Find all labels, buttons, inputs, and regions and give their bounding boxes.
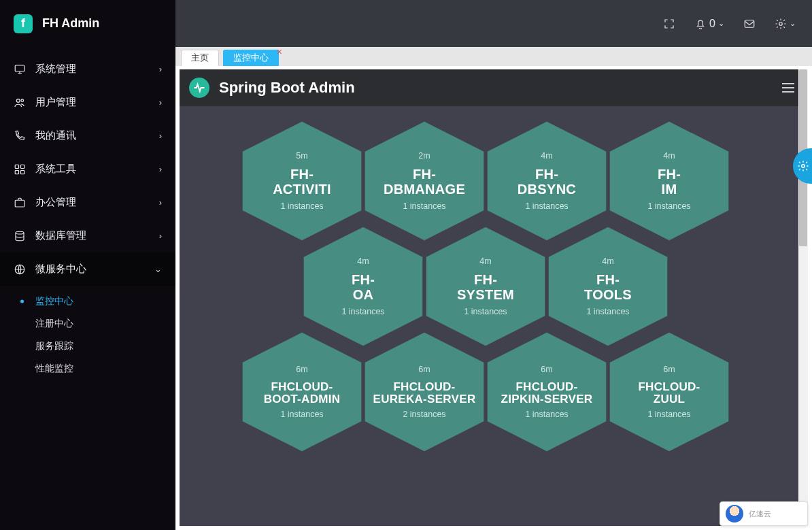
nav: 系统管理 › 用户管理 › 我的通讯 › 系统工具 › 办公管理 › 数据库管理…: [0, 47, 175, 384]
notif-count: 0: [709, 18, 715, 30]
active-dot-icon: [20, 299, 24, 303]
service-tile-fhcloud-boot-admin[interactable]: 6mFHCLOUD- BOOT-ADMIN1 instances: [241, 331, 363, 453]
nav-item-database-manage[interactable]: 数据库管理 ›: [0, 219, 175, 252]
chevron-right-icon: ›: [159, 64, 162, 74]
sidebar: f FH Admin 系统管理 › 用户管理 › 我的通讯 › 系统工具 ›: [0, 0, 175, 530]
globe-icon: [14, 263, 26, 276]
service-name: FHCLOUD- ZIPKIN-SERVER: [501, 381, 593, 406]
nav-item-office-manage[interactable]: 办公管理 ›: [0, 186, 175, 219]
service-tile-fh-dbsync[interactable]: 4mFH- DBSYNC1 instances: [486, 120, 608, 242]
uptime: 4m: [663, 151, 675, 161]
uptime: 6m: [663, 365, 675, 374]
svg-rect-5: [15, 170, 18, 173]
chevron-right-icon: ›: [159, 231, 162, 241]
subnav-label: 服务跟踪: [35, 340, 73, 352]
nav-label: 办公管理: [35, 196, 159, 209]
service-name: FH- OA: [352, 273, 375, 302]
instance-count: 1 instances: [403, 201, 445, 211]
service-tile-fhcloud-eureka-server[interactable]: 6mFHCLOUD- EUREKA-SERVER2 instances: [363, 331, 486, 453]
sba-frame: Spring Boot Admin 5mFH- ACTIVITI1 instan…: [180, 69, 808, 526]
users-icon: [14, 97, 26, 109]
service-tile-fh-tools[interactable]: 4mFH- TOOLS1 instances: [547, 225, 669, 348]
brand[interactable]: f FH Admin: [14, 14, 99, 33]
nav-item-microservice-center[interactable]: 微服务中心 ⌄: [0, 252, 175, 286]
service-tile-fh-im[interactable]: 4mFH- IM1 instances: [608, 120, 730, 242]
service-name: FHCLOUD- EUREKA-SERVER: [373, 381, 476, 406]
tab-monitor-center[interactable]: 监控中心 ×: [223, 50, 279, 66]
monitor-icon: [14, 63, 26, 76]
nav-item-system-manage[interactable]: 系统管理 ›: [0, 52, 175, 86]
subnav-microservice: 监控中心 注册中心 服务跟踪 性能监控: [0, 286, 175, 384]
service-name: FH- DBSYNC: [518, 167, 576, 197]
subnav-item-service-trace[interactable]: 服务跟踪: [0, 335, 175, 357]
chevron-right-icon: ›: [159, 197, 162, 208]
service-name: FH- ACTIVITI: [273, 167, 331, 197]
instance-count: 1 instances: [586, 307, 629, 316]
uptime: 4m: [541, 151, 552, 161]
tab-home[interactable]: 主页: [181, 50, 219, 66]
service-name: FH- TOOLS: [584, 273, 632, 302]
service-tile-fh-activiti[interactable]: 5mFH- ACTIVITI1 instances: [241, 120, 363, 242]
uptime: 2m: [418, 151, 430, 161]
subnav-label: 性能监控: [35, 363, 73, 375]
nav-label: 我的通讯: [35, 129, 159, 142]
service-tile-fhcloud-zuul[interactable]: 6mFHCLOUD- ZUUL1 instances: [608, 331, 730, 453]
service-tile-fh-dbmanage[interactable]: 2mFH- DBMANAGE1 instances: [363, 120, 486, 242]
instance-count: 1 instances: [525, 410, 568, 419]
close-icon[interactable]: ×: [277, 46, 282, 57]
grid-icon: [14, 163, 26, 176]
hamburger-menu-button[interactable]: [782, 83, 794, 93]
subnav-item-monitor-center[interactable]: 监控中心: [0, 290, 175, 312]
instance-count: 2 instances: [403, 410, 445, 419]
scrollbar[interactable]: [798, 69, 808, 526]
tab-label: 主页: [191, 52, 209, 64]
phone-icon: [14, 130, 26, 142]
avatar-icon: [726, 505, 743, 523]
dot-icon: [20, 367, 24, 370]
fullscreen-button[interactable]: [663, 18, 675, 30]
chevron-down-icon: ⌄: [790, 19, 796, 28]
svg-point-11: [779, 22, 783, 25]
topbar: 0 ⌄ ⌄: [175, 0, 812, 47]
instance-count: 1 instances: [647, 410, 690, 419]
service-name: FH- SYSTEM: [457, 273, 514, 302]
subnav-item-performance-monitor[interactable]: 性能监控: [0, 357, 175, 380]
svg-rect-4: [21, 165, 24, 168]
service-tile-fh-oa[interactable]: 4mFH- OA1 instances: [302, 225, 424, 348]
svg-point-1: [16, 99, 20, 102]
messages-button[interactable]: [743, 18, 756, 30]
nav-label: 微服务中心: [35, 263, 154, 276]
tab-label: 监控中心: [233, 52, 269, 64]
service-name: FHCLOUD- ZUUL: [638, 381, 700, 406]
notifications-button[interactable]: 0 ⌄: [694, 18, 724, 30]
instance-count: 1 instances: [464, 307, 507, 316]
svg-point-12: [802, 165, 805, 168]
nav-item-user-manage[interactable]: 用户管理 ›: [0, 86, 175, 119]
brand-title: FH Admin: [42, 16, 99, 31]
nav-item-my-comm[interactable]: 我的通讯 ›: [0, 119, 175, 152]
subnav-item-register-center[interactable]: 注册中心: [0, 312, 175, 335]
svg-rect-3: [15, 165, 18, 168]
dot-icon: [20, 322, 24, 325]
svg-point-2: [21, 99, 24, 101]
instance-count: 1 instances: [525, 201, 568, 211]
hex-grid: 5mFH- ACTIVITI1 instances 2mFH- DBMANAGE…: [180, 106, 808, 526]
content-panel: Spring Boot Admin 5mFH- ACTIVITI1 instan…: [175, 66, 812, 530]
help-widget[interactable]: 亿速云: [720, 501, 808, 526]
service-tile-fhcloud-zipkin-server[interactable]: 6mFHCLOUD- ZIPKIN-SERVER1 instances: [486, 331, 608, 453]
settings-button[interactable]: ⌄: [775, 18, 796, 30]
service-tile-fh-system[interactable]: 4mFH- SYSTEM1 instances: [424, 225, 547, 348]
chevron-down-icon: ⌄: [718, 19, 724, 28]
nav-item-system-tools[interactable]: 系统工具 ›: [0, 152, 175, 186]
logo-icon: f: [14, 14, 33, 33]
instance-count: 1 instances: [280, 201, 323, 211]
svg-rect-6: [21, 170, 24, 173]
chevron-right-icon: ›: [159, 131, 162, 141]
chevron-down-icon: ⌄: [154, 264, 162, 274]
uptime: 4m: [602, 256, 613, 266]
svg-rect-10: [745, 20, 754, 27]
database-icon: [14, 230, 26, 242]
nav-label: 系统工具: [35, 163, 159, 176]
uptime: 4m: [479, 256, 491, 266]
briefcase-icon: [14, 197, 26, 209]
